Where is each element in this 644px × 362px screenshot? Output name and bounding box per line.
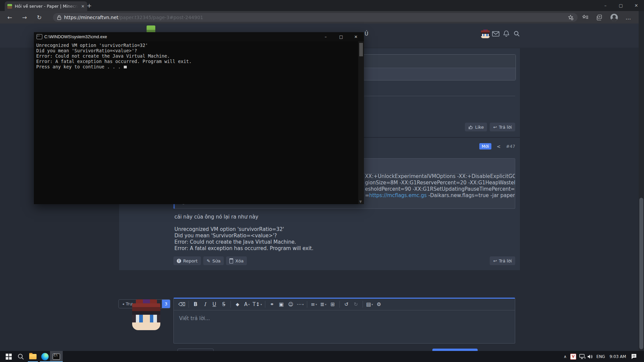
edge-icon: [41, 353, 49, 360]
browser-menu-icon[interactable]: …: [623, 14, 633, 21]
search-icon[interactable]: [514, 31, 520, 37]
action-center-icon[interactable]: [629, 351, 639, 362]
tray-v-app-icon[interactable]: V: [570, 351, 577, 362]
strikethrough-icon[interactable]: S: [219, 300, 228, 308]
favorites-bar-icon[interactable]: [580, 14, 590, 21]
table-icon[interactable]: ⊞: [328, 300, 337, 308]
editor-settings-icon[interactable]: ⚙: [374, 300, 384, 308]
image-icon[interactable]: ▣: [277, 300, 286, 308]
browser-tab-bar: Hỏi về server - Paper | Minecraft ✕ + – …: [0, 0, 644, 11]
new-tab-button[interactable]: +: [85, 2, 93, 10]
font-family-icon[interactable]: A▾: [242, 300, 252, 308]
undo-icon[interactable]: ↺: [342, 300, 351, 308]
window-maximize-button[interactable]: ▢: [613, 0, 629, 11]
cmd-scroll-down-icon[interactable]: ▼: [359, 200, 362, 203]
link-icon[interactable]: ⚭: [267, 300, 277, 308]
italic-icon[interactable]: I: [200, 300, 210, 308]
like-label: Like: [475, 125, 484, 130]
reply-label: Trả lời: [499, 125, 512, 130]
post-number-link[interactable]: #47: [506, 144, 515, 149]
post-body-text: Unrecognized VM option 'survivorRatio=32…: [174, 226, 313, 252]
report-icon: !: [177, 259, 181, 263]
collections-icon[interactable]: [594, 14, 604, 21]
more-options-icon[interactable]: ⋯▾: [296, 300, 305, 308]
site-logo-icon[interactable]: [147, 25, 155, 33]
text-color-icon[interactable]: ⬥: [233, 300, 242, 308]
folder-icon: [29, 354, 37, 359]
windows-logo-icon: [6, 354, 12, 360]
back-button[interactable]: ←: [5, 12, 15, 22]
cmd-window[interactable]: C:\ C:\WINDOWS\system32\cmd.exe – □ ✕ Un…: [34, 32, 364, 204]
like-button[interactable]: Like: [465, 123, 487, 131]
pencil-icon: ✎: [207, 258, 210, 263]
clock[interactable]: 9:03 AM: [608, 351, 627, 362]
url-text: https://minecraftvn.net/paper.t32345/pag…: [64, 15, 203, 20]
cmd-cursor: [124, 66, 127, 68]
font-size-icon[interactable]: T↕▾: [252, 300, 263, 308]
smilies-icon[interactable]: ☺: [286, 300, 296, 308]
refresh-button[interactable]: ↻: [34, 12, 44, 22]
profile-avatar[interactable]: [609, 14, 619, 21]
tab-close-icon[interactable]: ✕: [81, 4, 85, 9]
delete-button[interactable]: Xóa: [226, 256, 247, 265]
edit-button[interactable]: ✎ Sửa: [203, 256, 224, 265]
bold-icon[interactable]: B: [191, 300, 200, 308]
cmd-line: Press any key to continue . . .: [36, 64, 192, 69]
reply-button-47[interactable]: ↩ Trả lời: [490, 256, 515, 265]
cmd-line: Unrecognized VM option 'survivorRatio=32…: [36, 43, 192, 48]
drafts-icon[interactable]: ▤▾: [365, 300, 374, 308]
edge-button[interactable]: [40, 351, 50, 362]
cmd-scrollbar[interactable]: ▼: [358, 41, 364, 204]
thumb-up-icon: [468, 125, 473, 130]
reply-arrow-icon: ↩: [493, 125, 497, 130]
scrollbar-thumb[interactable]: [639, 198, 643, 349]
taskbar: C:\ ∧ V ENG 9:03 AM: [0, 351, 644, 362]
alignment-icon[interactable]: ≡▾: [309, 300, 319, 308]
toolbar-separator: [230, 301, 231, 308]
reply-button-46[interactable]: ↩ Trả lời: [490, 123, 515, 131]
file-explorer-button[interactable]: [28, 351, 38, 362]
window-minimize-button[interactable]: –: [598, 0, 613, 11]
toolbar-separator: [339, 301, 340, 308]
cmd-icon: C:\: [53, 354, 60, 360]
inbox-icon[interactable]: [492, 31, 499, 37]
cmd-close-button[interactable]: ✕: [351, 32, 361, 41]
cmd-title-bar[interactable]: C:\ C:\WINDOWS\system32\cmd.exe: [34, 32, 364, 41]
user-avatar-mini[interactable]: [481, 29, 490, 38]
list-icon[interactable]: ≣▾: [319, 300, 328, 308]
volume-icon[interactable]: [586, 351, 595, 362]
reply-input-placeholder[interactable]: Viết trả lời...: [179, 315, 210, 321]
taskbar-search-button[interactable]: [15, 351, 27, 362]
start-button[interactable]: [3, 351, 15, 362]
cmd-line: Error: Could not create the Java Virtual…: [36, 53, 192, 59]
alerts-bell-icon[interactable]: [503, 30, 509, 37]
current-user-avatar[interactable]: [132, 299, 160, 330]
cmd-minimize-button[interactable]: –: [320, 32, 331, 41]
add-favorite-icon[interactable]: [568, 14, 574, 20]
browser-tab[interactable]: Hỏi về server - Paper | Minecraft ✕: [5, 1, 87, 11]
share-icon[interactable]: <: [497, 144, 501, 149]
lock-icon: [57, 15, 61, 20]
redo-icon[interactable]: ↻: [351, 300, 361, 308]
page-3-button[interactable]: 3: [162, 300, 170, 308]
cmd-taskbar-button[interactable]: C:\: [50, 351, 63, 362]
favicon-grass-block: [7, 4, 12, 9]
remove-format-icon[interactable]: ⌫: [177, 300, 186, 308]
tray-chevron[interactable]: ∧: [561, 351, 570, 362]
underline-icon[interactable]: U: [210, 300, 219, 308]
network-icon[interactable]: [578, 351, 586, 362]
cmd-app-icon: C:\: [37, 34, 42, 39]
forward-button[interactable]: →: [19, 12, 30, 22]
cmd-maximize-button[interactable]: □: [336, 32, 346, 41]
window-close-button[interactable]: ✕: [629, 0, 644, 11]
search-icon: [17, 353, 24, 360]
language-indicator[interactable]: ENG: [595, 351, 606, 362]
cmd-line: Did you mean 'SurvivorRatio=<value>'?: [36, 48, 192, 53]
address-bar[interactable]: https://minecraftvn.net/paper.t32345/pag…: [53, 13, 578, 22]
nav-item-partial[interactable]: Ủ: [365, 31, 368, 37]
browser-scrollbar[interactable]: [639, 11, 644, 351]
report-button[interactable]: ! Report: [173, 256, 201, 265]
reply-editor[interactable]: ⌫BIUS⬥A▾T↕▾⚭▣☺⋯▾≡▾≣▾⊞↺↻▤▾⚙ Viết trả lời.…: [173, 298, 515, 344]
cmd-scrollbar-thumb[interactable]: [359, 43, 363, 56]
mcflags-link[interactable]: https://mcflags.emc.gs: [369, 192, 427, 198]
